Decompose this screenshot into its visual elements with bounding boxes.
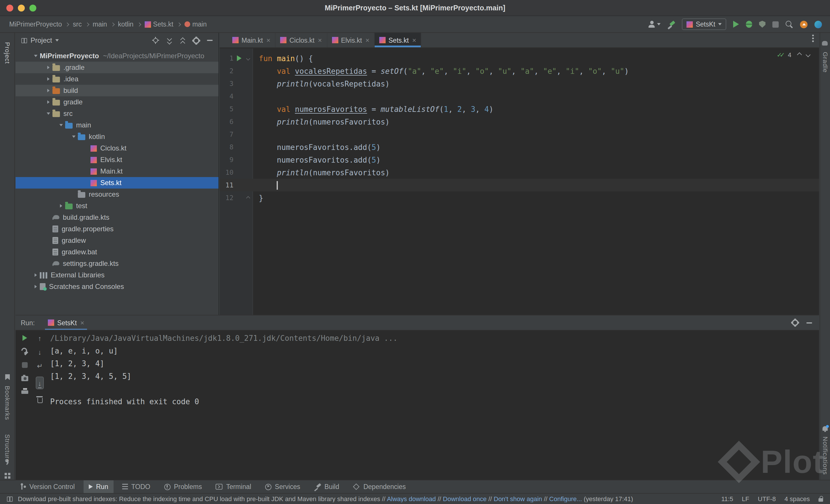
tree-item-kotlin[interactable]: kotlin <box>15 131 219 143</box>
tree-item-scratches-and-consoles[interactable]: Scratches and Consoles <box>15 281 219 292</box>
gear-icon[interactable] <box>792 319 798 326</box>
status-link[interactable]: Configure... <box>549 495 582 502</box>
console-output[interactable]: /Library/Java/JavaVirtualMachines/jdk1.8… <box>50 334 813 480</box>
wrench-icon[interactable] <box>21 348 29 355</box>
locate-file-icon[interactable] <box>152 37 159 44</box>
tree-item-gradle-properties[interactable]: gradle.properties <box>15 223 219 235</box>
prev-problem-icon[interactable] <box>797 53 802 57</box>
toolwindow-stripe-project[interactable]: Project <box>4 42 11 64</box>
stop-button[interactable] <box>22 362 28 368</box>
code-line-12[interactable]: 12} <box>220 191 819 204</box>
tree-item-build[interactable]: build <box>15 85 219 96</box>
code-line-7[interactable]: 7 <box>220 128 819 141</box>
tab-main-kt[interactable]: Main.kt× <box>228 33 276 47</box>
fold-gutter-slot[interactable] <box>244 57 252 60</box>
tree-item-miprimerproyecto[interactable]: MiPrimerProyecto~/IdeaProjects/MiPrimerP… <box>15 50 219 62</box>
search-everywhere-icon[interactable] <box>786 21 793 28</box>
status-link[interactable]: Always download <box>387 495 436 502</box>
breadcrumb-item-sets-kt[interactable]: Sets.kt <box>145 21 173 28</box>
code-with-me-icon[interactable] <box>815 21 822 28</box>
inspections-widget[interactable]: 4 <box>777 51 810 58</box>
code-line-2[interactable]: 2 val vocalesRepetidas = setOf("a", "e",… <box>220 65 819 77</box>
code-line-5[interactable]: 5 val numerosFavoritos = mutableListOf(1… <box>220 103 819 115</box>
tree-item-build-gradle-kts[interactable]: build.gradle.kts <box>15 212 219 223</box>
close-icon[interactable]: × <box>80 319 84 326</box>
code-line-9[interactable]: 9 numerosFavoritos.add(5) <box>220 153 819 166</box>
camera-icon[interactable] <box>21 376 28 381</box>
stop-button[interactable] <box>772 21 779 27</box>
chevron-down-icon[interactable] <box>57 119 65 131</box>
bookmark-icon[interactable] <box>5 374 10 380</box>
grid-icon[interactable] <box>5 473 7 475</box>
toolwindow-button-terminal[interactable]: Terminal <box>211 480 256 493</box>
gear-icon[interactable] <box>193 37 199 43</box>
breadcrumb-item-kotlin[interactable]: kotlin <box>118 21 133 28</box>
profile-button[interactable] <box>648 21 661 28</box>
code-line-3[interactable]: 3 println(vocalesRepetidas) <box>220 77 819 90</box>
chevron-right-icon[interactable] <box>44 62 53 73</box>
rerun-button[interactable] <box>23 335 27 341</box>
line-separator[interactable]: LF <box>742 495 749 502</box>
tree-item-main[interactable]: main <box>15 119 219 131</box>
tab-sets-kt[interactable]: Sets.kt× <box>375 33 421 47</box>
hide-panel-icon[interactable] <box>207 40 213 41</box>
tree-item-ciclos-kt[interactable]: Ciclos.kt <box>15 143 219 154</box>
tree-item-resources[interactable]: resources <box>15 189 219 200</box>
hide-panel-icon[interactable] <box>806 322 812 323</box>
toolwindow-button-todo[interactable]: TODO <box>117 480 155 493</box>
tree-item-main-kt[interactable]: Main.kt <box>15 165 219 177</box>
prev-stacktrace-icon[interactable] <box>38 335 41 342</box>
tree-item-gradlew-bat[interactable]: gradlew.bat <box>15 246 219 258</box>
update-available-icon[interactable] <box>800 21 807 28</box>
tree-item-gradle[interactable]: .gradle <box>15 62 219 73</box>
project-view-selector[interactable]: Project <box>31 36 52 44</box>
toolwindow-button-dependencies[interactable]: Dependencies <box>348 480 411 493</box>
run-gutter-slot[interactable] <box>234 55 244 61</box>
collapse-all-icon[interactable] <box>180 37 186 44</box>
toolwindow-stripe-gradle[interactable]: Gradle <box>822 52 829 73</box>
chevron-right-icon[interactable] <box>44 96 53 108</box>
code-line-1[interactable]: 1fun main() { <box>220 52 819 65</box>
code-line-10[interactable]: 10 println(numerosFavoritos) <box>220 166 819 179</box>
gradle-icon[interactable] <box>822 41 828 45</box>
next-problem-icon[interactable] <box>806 53 811 57</box>
chevron-down-icon[interactable] <box>32 50 40 62</box>
tree-item-gradlew[interactable]: gradlew <box>15 235 219 246</box>
expand-all-icon[interactable] <box>167 37 172 44</box>
close-icon[interactable]: × <box>412 37 416 43</box>
run-line-icon[interactable] <box>237 55 242 61</box>
code-line-4[interactable]: 4 <box>220 90 819 103</box>
build-project-button[interactable] <box>667 21 675 28</box>
lock-icon[interactable] <box>819 498 823 501</box>
code-editor[interactable]: 1fun main() {2 val vocalesRepetidas = se… <box>220 49 819 315</box>
fold-open-icon[interactable] <box>246 56 250 60</box>
toolwindow-button-build[interactable]: Build <box>309 480 344 493</box>
tree-item-elvis-kt[interactable]: Elvis.kt <box>15 154 219 165</box>
tree-item-src[interactable]: src <box>15 108 219 119</box>
chevron-down-icon[interactable] <box>70 131 78 143</box>
printer-icon[interactable] <box>21 388 28 395</box>
close-icon[interactable]: × <box>365 37 370 43</box>
run-configuration-select[interactable]: SetsKt <box>682 19 726 30</box>
chevron-right-icon[interactable] <box>32 281 40 292</box>
code-line-8[interactable]: 8 numerosFavoritos.add(5) <box>220 141 819 153</box>
toolwindow-button-run[interactable]: Run <box>83 480 113 493</box>
tree-item-test[interactable]: test <box>15 200 219 212</box>
tree-item-settings-gradle-kts[interactable]: settings.gradle.kts <box>15 258 219 269</box>
pin-icon[interactable] <box>6 460 9 463</box>
tree-item-external-libraries[interactable]: External Libraries <box>15 269 219 281</box>
breadcrumb-item-main[interactable]: main <box>93 21 107 28</box>
notifications-bell-icon[interactable] <box>823 426 828 431</box>
scroll-to-end-button[interactable] <box>36 377 44 389</box>
code-line-6[interactable]: 6 println(numerosFavoritos) <box>220 115 819 128</box>
status-icon[interactable] <box>7 496 13 501</box>
coverage-button[interactable] <box>759 21 765 28</box>
chevron-right-icon[interactable] <box>44 85 53 96</box>
toolwindow-button-services[interactable]: Services <box>260 480 306 493</box>
chevron-right-icon[interactable] <box>57 200 65 212</box>
toolwindow-stripe-bookmarks[interactable]: Bookmarks <box>4 386 11 420</box>
fold-gutter-slot[interactable] <box>244 196 252 199</box>
chevron-down-icon[interactable] <box>44 108 53 119</box>
status-link[interactable]: Download once <box>443 495 487 502</box>
tab-ciclos-kt[interactable]: Ciclos.kt× <box>276 33 327 47</box>
